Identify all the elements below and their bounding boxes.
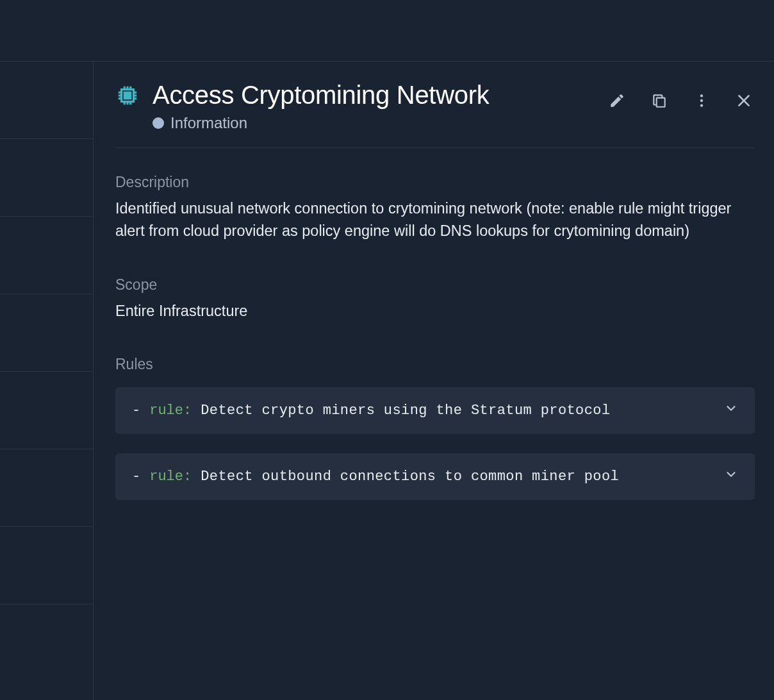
header-titles: Access Cryptomining Network Information bbox=[152, 79, 593, 132]
pencil-icon bbox=[609, 92, 625, 111]
description-text: Identified unusual network connection to… bbox=[115, 197, 755, 243]
rule-text: Detect outbound connections to common mi… bbox=[201, 469, 715, 485]
sidebar bbox=[0, 62, 94, 700]
copy-icon bbox=[651, 92, 668, 111]
svg-rect-1 bbox=[124, 92, 131, 99]
scope-section: Scope Entire Infrastructure bbox=[115, 276, 755, 322]
rules-section: Rules - rule: Detect crypto miners using… bbox=[115, 356, 755, 500]
kebab-icon bbox=[693, 92, 710, 111]
scope-label: Scope bbox=[115, 276, 755, 294]
sidebar-item[interactable] bbox=[0, 139, 93, 217]
description-section: Description Identified unusual network c… bbox=[115, 174, 755, 243]
cpu-chip-icon bbox=[115, 83, 140, 108]
rule-keyword: rule: bbox=[149, 469, 192, 485]
severity-dot-icon bbox=[152, 117, 164, 129]
description-label: Description bbox=[115, 174, 755, 191]
sidebar-item[interactable] bbox=[0, 294, 93, 372]
svg-point-15 bbox=[700, 94, 703, 97]
sidebar-item[interactable] bbox=[0, 217, 93, 294]
rule-text: Detect crypto miners using the Stratum p… bbox=[201, 403, 715, 419]
sidebar-item[interactable] bbox=[0, 527, 93, 604]
rule-keyword: rule: bbox=[149, 403, 192, 419]
rules-label: Rules bbox=[115, 356, 755, 373]
svg-rect-14 bbox=[657, 98, 665, 107]
layout: Access Cryptomining Network Information bbox=[0, 62, 774, 700]
detail-header: Access Cryptomining Network Information bbox=[115, 79, 755, 148]
rule-row[interactable]: - rule: Detect crypto miners using the S… bbox=[115, 387, 755, 434]
sidebar-item[interactable] bbox=[0, 62, 93, 139]
svg-point-17 bbox=[700, 104, 703, 106]
copy-button[interactable] bbox=[648, 90, 670, 113]
close-icon bbox=[736, 92, 752, 111]
rule-row[interactable]: - rule: Detect outbound connections to c… bbox=[115, 453, 755, 500]
main-panel: Access Cryptomining Network Information bbox=[94, 62, 774, 700]
rule-dash: - bbox=[132, 469, 140, 485]
page-title: Access Cryptomining Network bbox=[152, 79, 593, 110]
severity-label: Information bbox=[170, 114, 247, 132]
more-button[interactable] bbox=[691, 90, 712, 113]
svg-point-16 bbox=[700, 99, 703, 102]
chevron-down-icon bbox=[724, 467, 738, 486]
severity-row: Information bbox=[152, 114, 593, 132]
chevron-down-icon bbox=[724, 401, 738, 420]
close-button[interactable] bbox=[733, 90, 755, 113]
scope-text: Entire Infrastructure bbox=[115, 300, 755, 322]
top-bar bbox=[0, 0, 774, 62]
edit-button[interactable] bbox=[606, 90, 628, 113]
sidebar-item[interactable] bbox=[0, 449, 93, 527]
rules-container: - rule: Detect crypto miners using the S… bbox=[115, 387, 755, 500]
rule-dash: - bbox=[132, 403, 140, 419]
sidebar-item[interactable] bbox=[0, 372, 93, 449]
header-actions bbox=[606, 90, 755, 113]
